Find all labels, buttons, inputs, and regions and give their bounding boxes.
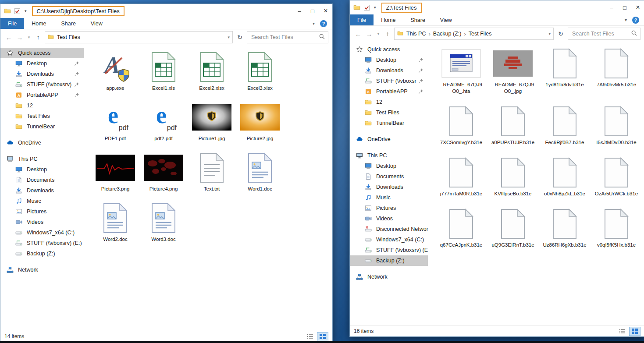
ribbon-tab[interactable]: View: [433, 14, 459, 25]
search-box[interactable]: [247, 31, 328, 43]
file-item[interactable]: Excel3.xlsx: [236, 51, 284, 92]
sidebar-item[interactable]: STUFF (\\vboxsrv) (E:): [350, 245, 428, 255]
sidebar-item[interactable]: Downloads: [0, 185, 84, 196]
file-item[interactable]: 7A9i0hvMr5.b31e: [591, 47, 642, 95]
search-box[interactable]: [568, 28, 640, 40]
sidebar-item[interactable]: Quick access: [0, 48, 84, 58]
help-icon[interactable]: ?: [632, 17, 639, 24]
file-item[interactable]: 1yd81Ia8dv.b31e: [539, 47, 591, 95]
folder-icon[interactable]: [4, 7, 11, 14]
back-button[interactable]: ←: [354, 30, 363, 38]
file-item[interactable]: Excel1.xls: [139, 51, 188, 92]
file-item[interactable]: KVIllpseBo.b31e: [487, 156, 539, 197]
address-bar[interactable]: This PC › Backup (Z:) › Test Files › ▾: [394, 28, 554, 40]
sidebar-item[interactable]: Windows7_x64 (C:): [0, 227, 84, 238]
file-item[interactable]: uQ9G3EIRnT.b31e: [487, 208, 539, 248]
sidebar-item[interactable]: Videos: [0, 217, 84, 227]
back-button[interactable]: ←: [4, 34, 13, 41]
file-item[interactable]: o0xNh8pZkL.b31e: [539, 156, 591, 197]
sidebar-item[interactable]: Network: [0, 265, 84, 275]
ribbon-tab[interactable]: Share: [403, 14, 433, 25]
sidebar-item[interactable]: Videos: [350, 213, 428, 224]
minimize-button[interactable]: –: [605, 0, 618, 14]
file-item[interactable]: Excel2.xlsx: [188, 51, 236, 92]
sidebar-item[interactable]: Disconnected Network: [350, 224, 428, 234]
sidebar-item[interactable]: 12: [0, 100, 84, 111]
sidebar-item[interactable]: Backup (Z:): [0, 248, 84, 259]
file-item[interactable]: q67CeAJpnK.b31e: [435, 208, 487, 248]
checkmark-icon[interactable]: [363, 4, 370, 11]
maximize-button[interactable]: □: [306, 4, 319, 18]
sidebar-item[interactable]: This PC: [350, 150, 428, 161]
refresh-button[interactable]: ↻: [235, 34, 245, 41]
sidebar-item[interactable]: A PortableAPP: [350, 86, 428, 97]
ribbon-tab[interactable]: File: [350, 14, 374, 25]
ribbon-tab[interactable]: Home: [24, 18, 53, 29]
sidebar-item[interactable]: Documents: [350, 171, 428, 182]
sidebar-item[interactable]: Downloads: [350, 65, 428, 76]
file-item[interactable]: 7XCSomIvgY.b31e: [435, 105, 487, 146]
file-item[interactable]: a0PUPsTUJP.b31e: [487, 105, 539, 146]
file-item[interactable]: A app.exe: [91, 51, 139, 92]
file-item[interactable]: Word2.doc: [91, 202, 139, 243]
sidebar-item[interactable]: A PortableAPP: [0, 90, 84, 100]
checkmark-icon[interactable]: [14, 8, 21, 14]
sidebar-item[interactable]: Documents: [0, 175, 84, 185]
maximize-button[interactable]: □: [618, 0, 631, 14]
qat-customize-chevron-icon[interactable]: ▾: [24, 9, 28, 13]
titlebar[interactable]: ▾ Z:\Test Files – □ ×: [350, 0, 644, 14]
sidebar-item[interactable]: Desktop: [0, 164, 84, 175]
file-item[interactable]: Fec6Rjf0B7.b31e: [539, 105, 591, 146]
sidebar-item[interactable]: Music: [350, 192, 428, 203]
sidebar-item[interactable]: Desktop: [350, 55, 428, 65]
refresh-button[interactable]: ↻: [556, 30, 566, 37]
sidebar-item[interactable]: Quick access: [350, 44, 428, 55]
file-item[interactable]: Word3.doc: [139, 202, 188, 243]
search-input[interactable]: [571, 30, 631, 37]
sidebar-item[interactable]: Desktop: [0, 58, 84, 69]
ribbon-tab[interactable]: Share: [54, 18, 83, 29]
sidebar-item[interactable]: STUFF (\\vboxsrv) (E: [0, 79, 84, 90]
sidebar-item[interactable]: Downloads: [0, 69, 84, 79]
thumbnails-view-button[interactable]: [317, 332, 328, 341]
minimize-button[interactable]: –: [293, 4, 306, 18]
address-dropdown-icon[interactable]: ▾: [548, 32, 551, 36]
sidebar-item[interactable]: Pictures: [0, 206, 84, 217]
breadcrumb-segment[interactable]: Test Files ›: [468, 31, 493, 37]
qat-customize-chevron-icon[interactable]: ▾: [373, 5, 377, 10]
file-item[interactable]: v0qI5fK5Hx.b31e: [591, 208, 642, 248]
sidebar-item[interactable]: Music: [0, 196, 84, 206]
file-item[interactable]: Text.txt: [188, 152, 236, 192]
help-icon[interactable]: ?: [320, 20, 327, 27]
sidebar-item[interactable]: Desktop: [350, 161, 428, 171]
recent-locations-chevron-icon[interactable]: ▾: [26, 35, 32, 39]
close-button[interactable]: ×: [631, 0, 644, 14]
breadcrumb-segment[interactable]: Test Files ›: [56, 34, 81, 40]
thumbnails-view-button[interactable]: [629, 327, 640, 336]
file-item[interactable]: OzAr5UrWCk.b31e: [591, 156, 642, 197]
sidebar-item[interactable]: Windows7_x64 (C:): [350, 234, 428, 245]
up-button[interactable]: ↑: [34, 34, 43, 41]
close-button[interactable]: ×: [319, 4, 332, 18]
ribbon-tab[interactable]: Home: [374, 14, 403, 25]
search-input[interactable]: [250, 34, 319, 41]
titlebar[interactable]: ▾ C:\Users\Djigi\Desktop\Test Files – □ …: [0, 4, 332, 18]
folder-icon[interactable]: [353, 4, 360, 11]
details-view-button[interactable]: [617, 327, 628, 336]
breadcrumb-segment[interactable]: Backup (Z:) ›: [432, 31, 467, 37]
sidebar-item[interactable]: STUFF (\\vboxsrv) (E: [350, 76, 428, 86]
address-bar[interactable]: Test Files › ▾: [45, 31, 233, 43]
sidebar-item[interactable]: Downloads: [350, 182, 428, 192]
sidebar-item[interactable]: TunnelBear: [350, 118, 428, 128]
ribbon-collapse-icon[interactable]: ▾: [313, 21, 315, 26]
sidebar-item[interactable]: OneDrive: [0, 138, 84, 148]
file-item[interactable]: Picture2.jpg: [236, 101, 284, 142]
address-dropdown-icon[interactable]: ▾: [228, 35, 230, 39]
taskbar[interactable]: [0, 341, 644, 343]
sidebar-item[interactable]: Network: [350, 272, 428, 282]
file-item[interactable]: j777mTaM0R.b31e: [435, 156, 487, 197]
file-item[interactable]: epdf pdf2.pdf: [139, 101, 188, 142]
details-view-button[interactable]: [305, 332, 316, 341]
sidebar-item[interactable]: This PC: [0, 154, 84, 164]
forward-button[interactable]: →: [365, 30, 374, 38]
